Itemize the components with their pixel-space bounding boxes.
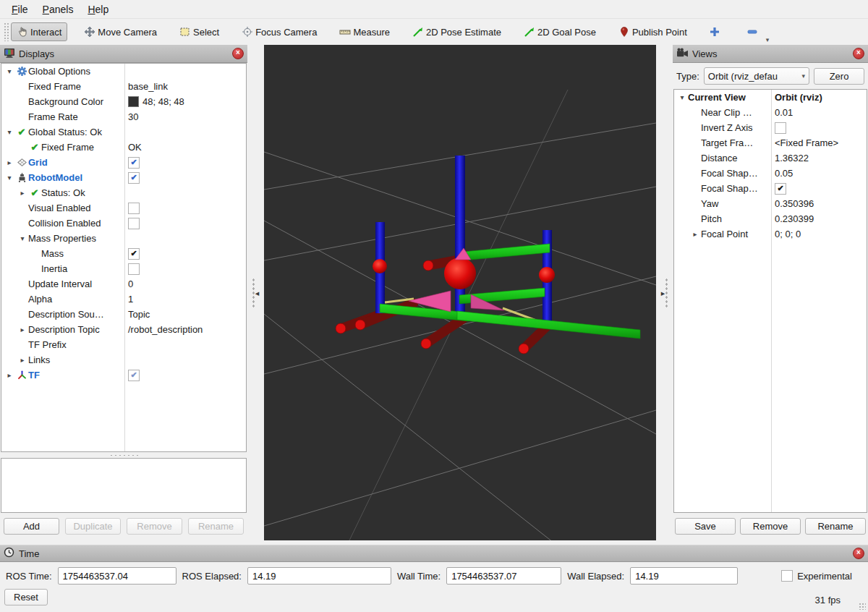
experimental-checkbox[interactable] bbox=[781, 570, 793, 582]
tree-row-alpha[interactable]: Alpha 1 bbox=[1, 292, 246, 307]
horizontal-splitter[interactable] bbox=[0, 452, 247, 458]
save-view-button[interactable]: Save bbox=[675, 518, 736, 535]
expander-closed-icon[interactable]: ▸ bbox=[17, 356, 28, 364]
property-value[interactable]: /robot_description bbox=[124, 324, 246, 335]
rename-view-button[interactable]: Rename bbox=[805, 518, 866, 535]
experimental-checkbox-group[interactable]: Experimental bbox=[781, 570, 852, 582]
property-value[interactable]: base_link bbox=[124, 81, 246, 92]
resize-grip[interactable] bbox=[859, 603, 866, 610]
property-value[interactable]: 30 bbox=[124, 111, 246, 122]
property-value[interactable]: 0.230399 bbox=[771, 213, 867, 224]
tree-row-global-options[interactable]: ▾Global Options bbox=[1, 64, 246, 79]
close-icon[interactable]: × bbox=[853, 548, 864, 559]
tree-row-distance[interactable]: Distance 1.36322 bbox=[674, 150, 867, 166]
collapse-right-arrow-icon[interactable]: ▸ bbox=[661, 289, 665, 297]
enabled-checkbox[interactable]: ✔ bbox=[128, 370, 140, 381]
property-value[interactable]: 0.05 bbox=[771, 168, 867, 179]
tree-row-invert-z[interactable]: Invert Z Axis bbox=[674, 120, 867, 135]
tree-row-visual-enabled[interactable]: Visual Enabled bbox=[1, 200, 246, 216]
remove-tool-button[interactable] bbox=[741, 22, 763, 41]
tree-row-background-color[interactable]: Background Color 48; 48; 48 bbox=[1, 94, 246, 109]
tree-row-fixed-frame-status[interactable]: ✔Fixed Frame OK bbox=[1, 140, 246, 155]
property-value[interactable]: 0; 0; 0 bbox=[771, 229, 867, 239]
tree-row-current-view[interactable]: ▾Current View Orbit (rviz) bbox=[674, 90, 867, 105]
ros-elapsed-input[interactable] bbox=[247, 567, 391, 585]
property-value[interactable]: <Fixed Frame> bbox=[771, 137, 867, 148]
enabled-checkbox[interactable]: ✔ bbox=[128, 157, 140, 169]
goal-pose-tool-button[interactable]: 2D Goal Pose bbox=[518, 22, 602, 41]
menu-help[interactable]: Help bbox=[80, 1, 116, 17]
view-type-combobox[interactable]: Orbit (rviz_defau ▾ bbox=[704, 67, 809, 85]
expander-open-icon[interactable]: ▾ bbox=[676, 93, 688, 101]
inertia-checkbox[interactable] bbox=[128, 263, 140, 275]
tree-row-grid-display[interactable]: ▸Grid ✔ bbox=[1, 155, 246, 170]
toolbar-overflow-arrow-icon[interactable]: ▾ bbox=[766, 36, 770, 45]
expander-open-icon[interactable]: ▾ bbox=[4, 174, 15, 182]
zero-button[interactable]: Zero bbox=[814, 68, 864, 85]
tree-row-inertia[interactable]: Inertia bbox=[1, 261, 246, 276]
tree-row-robot-status[interactable]: ▸✔Status: Ok bbox=[1, 185, 246, 200]
move-camera-tool-button[interactable]: Move Camera bbox=[78, 22, 163, 41]
expander-open-icon[interactable]: ▾ bbox=[4, 128, 15, 136]
tree-row-yaw[interactable]: Yaw 0.350396 bbox=[674, 196, 867, 211]
tree-row-focal-point[interactable]: ▸Focal Point 0; 0; 0 bbox=[674, 226, 867, 242]
tree-row-target-frame[interactable]: Target Fra… <Fixed Frame> bbox=[674, 135, 867, 150]
property-value[interactable]: 0.350396 bbox=[771, 198, 867, 209]
property-value[interactable]: 0 bbox=[124, 279, 246, 289]
expander-open-icon[interactable]: ▾ bbox=[4, 67, 15, 75]
publish-point-tool-button[interactable]: Publish Point bbox=[613, 22, 693, 41]
reset-button[interactable]: Reset bbox=[4, 589, 48, 605]
tree-row-links[interactable]: ▸Links bbox=[1, 352, 246, 367]
toolbar-drag-handle[interactable] bbox=[4, 22, 9, 41]
focal-shape-checkbox[interactable]: ✔ bbox=[775, 183, 786, 195]
select-tool-button[interactable]: Select bbox=[174, 22, 225, 41]
wall-elapsed-input[interactable] bbox=[630, 567, 738, 585]
tree-row-frame-rate[interactable]: Frame Rate 30 bbox=[1, 109, 246, 124]
property-value[interactable]: 1.36322 bbox=[771, 153, 867, 163]
left-panel-splitter[interactable]: ◂ bbox=[247, 45, 264, 540]
property-value[interactable]: Topic bbox=[124, 309, 246, 320]
expander-closed-icon[interactable]: ▸ bbox=[17, 326, 28, 333]
enabled-checkbox[interactable]: ✔ bbox=[128, 172, 140, 184]
render-viewport[interactable] bbox=[264, 45, 656, 540]
tree-row-near-clip[interactable]: Near Clip … 0.01 bbox=[674, 105, 867, 120]
tree-row-mass[interactable]: Mass ✔ bbox=[1, 246, 246, 261]
visual-enabled-checkbox[interactable] bbox=[128, 203, 140, 214]
tree-row-robotmodel-display[interactable]: ▾RobotModel ✔ bbox=[1, 170, 246, 185]
expander-closed-icon[interactable]: ▸ bbox=[4, 158, 15, 166]
menu-file[interactable]: File bbox=[4, 1, 35, 17]
tree-row-global-status[interactable]: ▾✔Global Status: Ok bbox=[1, 124, 246, 140]
focus-camera-tool-button[interactable]: Focus Camera bbox=[236, 22, 323, 41]
property-value[interactable]: 1 bbox=[124, 294, 246, 305]
tree-row-description-source[interactable]: Description Sou… Topic bbox=[1, 307, 246, 322]
mass-checkbox[interactable]: ✔ bbox=[128, 248, 140, 260]
collapse-left-arrow-icon[interactable]: ◂ bbox=[255, 289, 260, 297]
tree-row-fixed-frame[interactable]: Fixed Frame base_link bbox=[1, 79, 246, 94]
tree-row-mass-properties[interactable]: ▾Mass Properties bbox=[1, 231, 246, 246]
tree-row-description-topic[interactable]: ▸Description Topic /robot_description bbox=[1, 322, 246, 337]
add-display-button[interactable]: Add bbox=[4, 518, 59, 535]
expander-closed-icon[interactable]: ▸ bbox=[4, 371, 15, 379]
pose-estimate-tool-button[interactable]: 2D Pose Estimate bbox=[407, 22, 507, 41]
measure-tool-button[interactable]: Measure bbox=[333, 22, 396, 41]
tree-row-focal-shape-fixed[interactable]: Focal Shap… ✔ bbox=[674, 181, 867, 196]
collision-enabled-checkbox[interactable] bbox=[128, 218, 140, 229]
property-value[interactable]: 0.01 bbox=[771, 107, 867, 118]
tree-row-pitch[interactable]: Pitch 0.230399 bbox=[674, 211, 867, 226]
expander-closed-icon[interactable]: ▸ bbox=[689, 230, 701, 238]
tree-row-tf-prefix[interactable]: TF Prefix bbox=[1, 337, 246, 352]
tree-row-focal-shape-size[interactable]: Focal Shap… 0.05 bbox=[674, 166, 867, 181]
ros-time-input[interactable] bbox=[58, 567, 176, 585]
tree-row-collision-enabled[interactable]: Collision Enabled bbox=[1, 216, 246, 231]
close-icon[interactable]: × bbox=[853, 48, 864, 59]
expander-open-icon[interactable]: ▾ bbox=[17, 234, 28, 242]
interact-tool-button[interactable]: Interact bbox=[11, 22, 67, 41]
remove-view-button[interactable]: Remove bbox=[740, 518, 801, 535]
menu-panels[interactable]: Panels bbox=[35, 1, 81, 17]
tree-row-update-interval[interactable]: Update Interval 0 bbox=[1, 276, 246, 292]
invert-z-checkbox[interactable] bbox=[775, 122, 786, 134]
right-panel-splitter[interactable]: ▸ bbox=[656, 45, 673, 540]
wall-time-input[interactable] bbox=[446, 567, 561, 585]
tree-row-tf-display[interactable]: ▸TF ✔ bbox=[1, 367, 246, 383]
add-tool-button[interactable] bbox=[704, 22, 726, 41]
